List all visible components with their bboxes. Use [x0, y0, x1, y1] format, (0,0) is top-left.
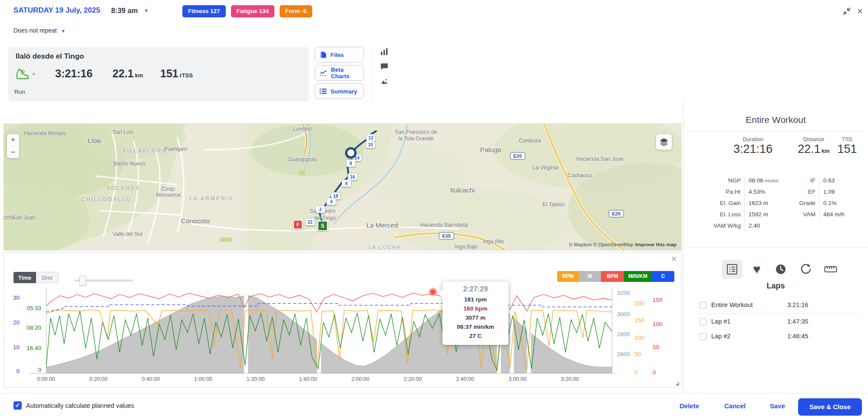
run-sport-icon[interactable] [14, 66, 30, 82]
collapse-icon[interactable] [842, 7, 851, 16]
legend-c[interactable]: C [652, 271, 674, 282]
lap-time: 1:48:45 [787, 333, 808, 340]
cadence-axis-label: 200 [634, 300, 650, 307]
cancel-button[interactable]: Cancel [724, 402, 746, 410]
stat-value: 4.53% [749, 189, 765, 195]
tss-stat: 151rTSS [160, 67, 193, 80]
distance-ruler-icon[interactable] [824, 265, 837, 274]
elevation-axis-label: 2800 [617, 331, 636, 337]
route-km-marker[interactable]: 22 [305, 218, 315, 226]
improve-map-link[interactable]: Improve this map [635, 242, 677, 247]
temp-axis-label: 0 [7, 368, 20, 374]
legend-min-km[interactable]: MIN/KM [624, 271, 652, 282]
workout-date[interactable]: SATURDAY 19 July, 2025 [13, 6, 100, 15]
laps-title: Laps [683, 281, 868, 291]
pace-axis-label: 16:40 [23, 345, 41, 351]
duration-stat: 3:21:16 [55, 67, 92, 80]
position-marker[interactable] [345, 147, 356, 159]
auto-calc-label: Automatically calculate planned values [26, 402, 134, 409]
temp-axis-label: 30 [7, 294, 20, 301]
workout-time[interactable]: 8:39 am [111, 7, 138, 15]
route-km-marker[interactable]: 8 [346, 160, 356, 167]
lap-row[interactable]: Lap #11:47:35 [683, 316, 868, 329]
chart-legend: RPMMBPMMIN/KMC [557, 271, 674, 282]
start-marker[interactable]: S [317, 221, 328, 231]
status-badge[interactable]: Fitness 127 [182, 5, 226, 17]
workout-title[interactable]: Ilaló desde el Tingo [16, 52, 84, 61]
temp-axis-label: 10 [7, 344, 20, 351]
laps-list-icon[interactable] [726, 264, 738, 275]
series-plot[interactable] [46, 287, 612, 373]
cadence-axis-label: 50 [634, 351, 650, 357]
slider-handle[interactable] [79, 275, 86, 286]
chart-view-icon[interactable] [380, 48, 388, 56]
stat-value: 1623 m [749, 200, 768, 206]
stat-value: 0.1% [823, 200, 837, 206]
hr-axis-label: 150 [653, 297, 667, 303]
chart-close-icon[interactable]: ✕ [671, 255, 677, 264]
lap-name: Entire Workout [711, 301, 753, 308]
route-km-marker[interactable]: 10 [366, 141, 375, 149]
summary-button[interactable]: Summary [315, 83, 364, 99]
sport-dropdown-caret-icon[interactable]: ▼ [32, 72, 36, 76]
summary-label: Duration [733, 136, 772, 142]
close-icon[interactable]: × [857, 7, 863, 15]
route-map[interactable]: Hacienda MonjasSan LuisLumbisíSan Franci… [3, 123, 682, 251]
mapbox-credit[interactable]: © Mapbox [569, 242, 592, 247]
action-buttons: FilesBeta ChartsSummary [315, 47, 364, 99]
toggle-time[interactable]: Time [13, 272, 36, 283]
route-km-marker[interactable]: 12 [366, 134, 376, 142]
stat-value: 06:06min/km [749, 177, 779, 184]
distance-stat: 22.1km [112, 67, 143, 80]
lap-row[interactable]: Lap #21:48:45 [683, 331, 868, 344]
cadence-axis-label: 150 [634, 317, 650, 324]
route-km-marker[interactable]: 2 [316, 206, 325, 213]
lap-name: Lap #1 [711, 318, 730, 325]
osm-credit[interactable]: © OpenStreetMap [593, 242, 634, 247]
time-icon[interactable] [775, 264, 786, 275]
time-dropdown-caret-icon[interactable]: ▼ [144, 8, 149, 13]
route-km-marker[interactable]: 4 [327, 198, 336, 205]
legend-m[interactable]: M [579, 271, 601, 282]
photos-icon[interactable] [380, 77, 388, 85]
map-markers: 1210148166184222FS [3, 124, 682, 250]
files-button[interactable]: Files [315, 47, 364, 63]
beta-charts-icon [320, 70, 327, 76]
legend-rpm[interactable]: RPM [557, 271, 579, 282]
summary-label: Distance [798, 136, 829, 142]
stat-label: EF [808, 189, 815, 195]
x-axis-line [30, 373, 617, 374]
status-badge[interactable]: Form -5 [280, 5, 313, 17]
comment-icon[interactable] [380, 63, 388, 70]
save-button[interactable]: Save [770, 402, 785, 410]
zoom-in-button[interactable]: + [7, 134, 19, 146]
status-badge[interactable]: Fatigue 134 [231, 5, 274, 17]
beta-charts-button[interactable]: Beta Charts [315, 65, 364, 81]
lap-checkbox[interactable] [700, 318, 706, 325]
delete-button[interactable]: Delete [680, 402, 699, 410]
finish-marker[interactable]: F [293, 220, 303, 229]
zoom-out-button[interactable]: − [7, 146, 19, 158]
summary-value: 151 [837, 142, 857, 156]
lap-row[interactable]: Entire Workout3:21:16 [683, 300, 868, 313]
auto-calc-checkbox[interactable]: ✓ [13, 401, 22, 410]
heart-rate-icon[interactable]: ♥ [753, 264, 761, 275]
chart-resize-handle[interactable] [675, 382, 679, 386]
legend-bpm[interactable]: BPM [601, 271, 624, 282]
tooltip-rows: 181 rpm160 bpm3077 m06:37 min/km27 C [445, 295, 506, 341]
route-km-marker[interactable]: 6 [342, 180, 351, 187]
x-tick-label: 0:00:00 [37, 376, 55, 382]
map-zoom-control: + − [7, 134, 19, 158]
save-and-close-button[interactable]: Save & Close [798, 398, 862, 416]
lap-checkbox[interactable] [700, 333, 706, 340]
button-label: Beta Charts [331, 66, 363, 79]
repeat-selector[interactable]: Does not repeat▼ [13, 27, 66, 34]
toggle-dist[interactable]: Dist [36, 272, 59, 283]
pace-axis-label: 05:33 [23, 305, 41, 311]
map-layers-button[interactable] [656, 134, 672, 150]
temp-axis-label: 20 [7, 319, 20, 326]
lap-checkbox[interactable] [700, 302, 706, 309]
smoothing-slider[interactable] [74, 275, 133, 285]
cadence-icon[interactable] [800, 263, 812, 275]
lap-time: 3:21:16 [787, 301, 808, 308]
